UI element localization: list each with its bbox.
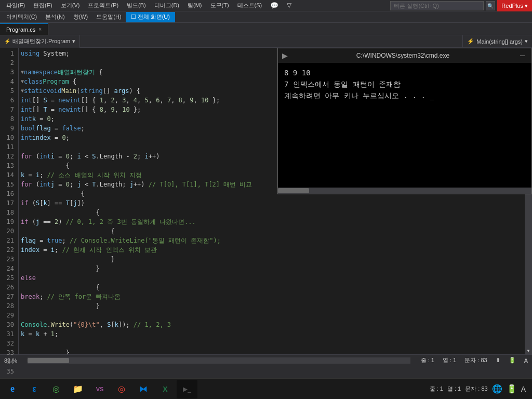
breadcrumb-left[interactable]: ⚡ 배열패턴찾기.Program ▾ <box>0 35 80 48</box>
lang-indicator: A <box>524 357 528 364</box>
line-number-34: 34 <box>4 357 14 367</box>
line-number-26: 26 <box>4 283 14 292</box>
taskbar-lang-a: A <box>521 385 526 393</box>
quick-run-input[interactable] <box>390 1 484 10</box>
line-number-27: 27 <box>4 292 14 301</box>
taskbar-vs-purple[interactable]: VS <box>89 380 110 398</box>
cmd-scroll-thumb[interactable] <box>278 188 309 193</box>
code-line-23[interactable]: } <box>19 255 525 264</box>
menu-debug[interactable]: 디버그(D) <box>150 1 183 10</box>
taskbar-chrome2[interactable]: ◎ <box>111 380 132 398</box>
breadcrumb-left-dropdown[interactable]: ▾ <box>72 38 75 45</box>
battery-icon: 🔋 <box>509 357 516 364</box>
menu-test[interactable]: 테스트(S) <box>233 1 267 10</box>
code-line-29[interactable] <box>19 311 525 320</box>
menu-tools[interactable]: 도구(T) <box>206 1 233 10</box>
taskbar-ie[interactable]: e <box>2 380 23 398</box>
h-scroll-thumb[interactable] <box>28 358 69 363</box>
line-number-28: 28 <box>4 301 14 311</box>
redplus-button[interactable]: RedPlus ▾ <box>497 0 532 11</box>
menu-window[interactable]: 창(W) <box>69 12 92 22</box>
code-line-17[interactable]: if (S[k] == T[j]) <box>19 198 525 208</box>
taskbar-chrome[interactable]: ◎ <box>46 380 66 398</box>
taskbar-cmd[interactable]: ▶_ <box>177 380 197 398</box>
line-number-5: 5 <box>4 86 14 96</box>
code-line-20[interactable]: { <box>19 227 525 236</box>
taskbar-explorer[interactable]: 📁 <box>68 380 88 398</box>
line-number-24: 24 <box>4 264 14 273</box>
line-number-33: 33 <box>4 348 14 357</box>
line-number-2: 2 <box>4 58 14 68</box>
code-line-30[interactable]: Console.Write("{0}\t", S[k]); // 1, 2, 3 <box>19 320 525 329</box>
line-number-35: 35 <box>4 367 14 376</box>
menu-help[interactable]: 도움말(H) <box>92 12 125 22</box>
cmd-title: C:\WINDOWS\system32\cmd.exe <box>292 52 514 59</box>
horizontal-scrollbar[interactable] <box>28 357 410 364</box>
taskbar-status: 줄 : 1 열 : 1 문자 : 83 🌐 🔋 A <box>430 384 530 394</box>
code-line-31[interactable]: k = k + 1; <box>19 329 525 339</box>
taskbar-char: 문자 : 83 <box>465 385 487 393</box>
taskbar-battery: 🔋 <box>507 384 517 394</box>
filter-icon[interactable]: ▽ <box>283 1 296 10</box>
line-number-3: 3 <box>4 68 14 77</box>
status-bar: 83 % 줄 : 1 열 : 1 문자 : 83 ⬆ 🔋 A <box>0 354 532 366</box>
code-line-33[interactable]: } <box>19 348 525 354</box>
cmd-horizontal-scrollbar[interactable] <box>278 188 531 194</box>
main-editor-area: 1234567891011121314151617181920212223242… <box>0 48 532 354</box>
quick-run-search-icon[interactable]: 🔍 <box>486 1 495 10</box>
cmd-line: 8 9 10 <box>284 67 525 78</box>
chat-icon[interactable]: 💬 <box>266 1 283 10</box>
breadcrumb-left-label: 배열패턴찾기.Program <box>12 37 70 45</box>
line-status: 줄 : 1 <box>421 356 434 364</box>
menu-team[interactable]: 팀(M) <box>183 1 206 10</box>
code-line-24[interactable]: } <box>19 264 525 273</box>
line-number-32: 32 <box>4 339 14 348</box>
scroll-down-arrow[interactable]: ▼ <box>525 347 532 354</box>
nav-right-dropdown[interactable]: ▾ <box>525 38 528 45</box>
code-line-25[interactable]: else <box>19 273 525 283</box>
code-line-26[interactable]: { <box>19 283 525 292</box>
menu-architecture[interactable]: 아키텍처(C) <box>2 12 41 22</box>
cmd-titlebar: ▶ C:\WINDOWS\system32\cmd.exe ─ <box>278 48 531 63</box>
code-line-22[interactable]: index = i; // 현재 시작 인덱스 위치 보관 <box>19 245 525 255</box>
menu-view[interactable]: 보기(V) <box>57 1 84 10</box>
code-line-18[interactable]: { <box>19 208 525 217</box>
code-line-21[interactable]: flag = true; // Console.WriteLine("동일 패턴… <box>19 236 525 245</box>
taskbar: e ε ◎ 📁 VS ◎ ⧓ X ▶_ 줄 : 1 열 : 1 문자 : 83 … <box>0 378 532 399</box>
line-number-14: 14 <box>4 170 14 180</box>
menu-edit[interactable]: 편집(E) <box>29 1 57 10</box>
line-number-10: 10 <box>4 133 14 142</box>
fullscreen-button[interactable]: ☐ 전체 화면(U) <box>126 12 175 22</box>
line-number-9: 9 <box>4 124 14 133</box>
line-number-21: 21 <box>4 236 14 245</box>
line-number-6: 6 <box>4 96 14 105</box>
menu-build[interactable]: 빌드(B) <box>123 1 150 10</box>
line-number-8: 8 <box>4 114 14 124</box>
code-line-28[interactable]: } <box>19 301 525 311</box>
cmd-minimize-button[interactable]: ─ <box>518 51 527 60</box>
code-line-19[interactable]: if (j == 2) // 0, 1, 2 즉 3번 동일하게 나왔다면... <box>19 217 525 227</box>
taskbar-excel[interactable]: X <box>155 380 176 398</box>
taskbar-vs-blue[interactable]: ⧓ <box>133 380 154 398</box>
taskbar-line: 줄 : 1 <box>430 385 443 393</box>
tab-bar: Program.cs × <box>0 23 532 35</box>
col-status: 열 : 1 <box>443 356 456 364</box>
menu-analyze[interactable]: 분석(N) <box>41 12 69 22</box>
line-number-12: 12 <box>4 152 14 161</box>
tab-close-icon[interactable]: × <box>38 26 42 32</box>
nav-right[interactable]: ⚡ Main(string[] args) ▾ <box>462 35 532 48</box>
cmd-icon: ▶ <box>282 51 288 60</box>
line-number-29: 29 <box>4 311 14 320</box>
taskbar-col: 열 : 1 <box>447 385 461 393</box>
menu-project[interactable]: 프로젝트(P) <box>84 1 123 10</box>
line-number-25: 25 <box>4 273 14 283</box>
line-number-7: 7 <box>4 105 14 114</box>
line-numbers: 1234567891011121314151617181920212223242… <box>0 48 19 354</box>
line-number-16: 16 <box>4 189 14 198</box>
taskbar-edge[interactable]: ε <box>24 380 45 398</box>
menu-file[interactable]: 파일(F) <box>2 1 29 10</box>
code-line-27[interactable]: break; // 안쪽 for문 빠져나옴 <box>19 292 525 301</box>
file-tab[interactable]: Program.cs × <box>0 23 48 35</box>
code-line-32[interactable] <box>19 339 525 348</box>
tab-filename: Program.cs <box>6 26 35 33</box>
